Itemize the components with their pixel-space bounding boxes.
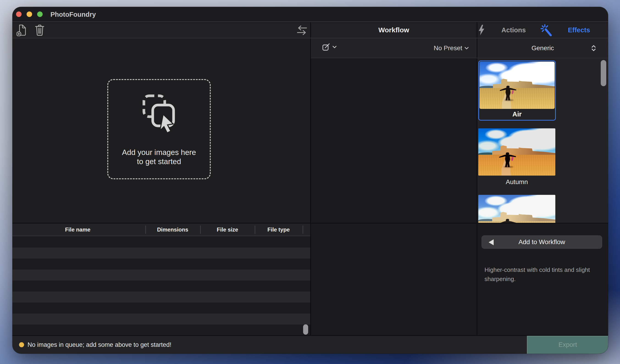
- image-queue-area: Add your images here to get started: [12, 38, 310, 223]
- wand-rays-icon: [540, 24, 553, 36]
- table-row: [12, 325, 310, 335]
- trash-icon: [35, 24, 45, 36]
- column-header-file-name[interactable]: File name: [65, 224, 91, 236]
- file-table-header: File name Dimensions File size File type: [12, 224, 310, 236]
- preset-dropdown-value: No Preset: [434, 45, 463, 52]
- image-dropzone[interactable]: Add your images here to get started: [107, 79, 211, 179]
- effect-label-autumn: Autumn: [478, 178, 555, 186]
- arrow-left-triangle-icon: [489, 239, 494, 245]
- select-images-cursor-icon: [139, 94, 179, 136]
- swap-arrows-icon: [296, 25, 308, 35]
- file-table-rows: [12, 237, 310, 335]
- effect-card-autumn[interactable]: Autumn: [478, 128, 555, 186]
- table-row: [12, 303, 310, 314]
- effect-card-air[interactable]: Air: [478, 61, 556, 121]
- zoom-button[interactable]: [37, 12, 43, 17]
- document-plus-icon: [16, 24, 28, 36]
- effect-detail-area: Add to Workflow Higher-contrast with col…: [477, 224, 608, 335]
- status-bar: No images in queue; add some above to ge…: [12, 336, 608, 354]
- workflow-panel-title: Workflow: [311, 22, 477, 38]
- table-row: [12, 314, 310, 325]
- square-pencil-icon: [322, 43, 330, 51]
- tab-effects[interactable]: Effects: [568, 22, 590, 38]
- title-bar: PhotoFoundry: [12, 7, 608, 22]
- dropzone-label: Add your images here to get started: [108, 148, 210, 166]
- export-button[interactable]: Export: [527, 336, 608, 354]
- table-row: [12, 248, 310, 258]
- effect-label-air: Air: [480, 109, 555, 120]
- add-images-button[interactable]: [16, 24, 28, 36]
- chevron-down-icon: [465, 47, 469, 49]
- column-header-file-type[interactable]: File type: [267, 224, 290, 236]
- table-row: [12, 270, 310, 281]
- minimize-button[interactable]: [27, 12, 32, 17]
- chevron-down-icon: [332, 46, 337, 48]
- effect-thumbnail-air: [480, 62, 555, 109]
- workflow-preset-row: No Preset: [311, 38, 477, 58]
- column-divider: [200, 226, 201, 234]
- app-window: PhotoFoundry: [12, 7, 608, 354]
- column-divider: [255, 226, 255, 234]
- effect-category-value: Generic: [531, 45, 554, 52]
- status-indicator-dot: [19, 342, 24, 347]
- effect-description: Higher-contrast with cold tints and slig…: [484, 265, 602, 284]
- table-row: [12, 237, 310, 248]
- close-button[interactable]: [16, 12, 22, 17]
- effect-thumbnail-autumn: [478, 128, 555, 176]
- column-header-file-size[interactable]: File size: [217, 224, 238, 236]
- column-divider: [303, 226, 303, 234]
- workflow-detail-canvas: [311, 224, 477, 335]
- bolt-icon: [479, 25, 484, 35]
- effects-tab-bar: Actions Effects: [477, 22, 608, 38]
- window-title: PhotoFoundry: [50, 7, 96, 22]
- effect-thumbnail-partial: [478, 195, 555, 223]
- workflow-steps-canvas: [311, 58, 477, 223]
- add-to-workflow-button[interactable]: Add to Workflow: [481, 235, 602, 249]
- workflow-header: Workflow: [311, 22, 477, 38]
- column-divider: [145, 226, 146, 234]
- edit-workflow-button[interactable]: [322, 43, 337, 51]
- table-row: [12, 291, 310, 303]
- effect-category-select[interactable]: Generic: [477, 38, 608, 58]
- table-row: [12, 281, 310, 291]
- transfer-panel-button[interactable]: [296, 24, 308, 36]
- preset-dropdown[interactable]: No Preset: [434, 38, 469, 58]
- table-row: [12, 258, 310, 270]
- effects-list: Air Autumn: [477, 58, 608, 223]
- column-header-dimensions[interactable]: Dimensions: [157, 224, 188, 236]
- file-table-scrollbar[interactable]: [303, 324, 308, 335]
- left-toolbar: [12, 22, 310, 38]
- effects-list-scrollbar[interactable]: [601, 60, 606, 86]
- effect-card-partial[interactable]: [478, 195, 555, 223]
- chevron-up-down-icon: [591, 45, 596, 52]
- add-to-workflow-label: Add to Workflow: [482, 236, 602, 248]
- tab-actions[interactable]: Actions: [501, 22, 526, 38]
- remove-images-button[interactable]: [34, 24, 46, 36]
- status-message: No images in queue; add some above to ge…: [28, 336, 171, 354]
